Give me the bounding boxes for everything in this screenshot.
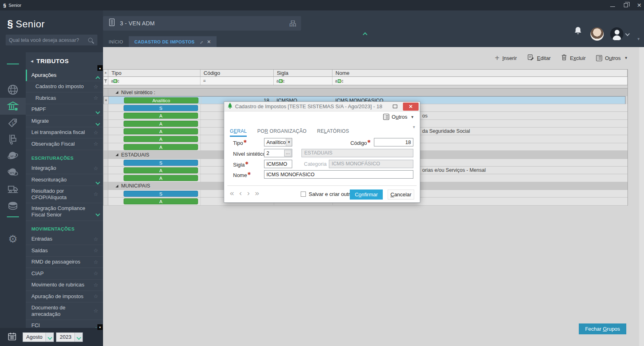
grid-filter-row[interactable]: aBc=aBcaBc bbox=[103, 77, 627, 85]
previous-record-icon[interactable]: ‹ bbox=[239, 189, 242, 198]
dialog-collapse-chevron-icon[interactable]: ▼ bbox=[412, 125, 416, 129]
vertical-scrollbar[interactable] bbox=[639, 47, 644, 346]
favorite-star-icon[interactable]: ☆ bbox=[93, 236, 99, 242]
favorite-star-icon[interactable]: ☆ bbox=[93, 84, 99, 90]
salvar-criar-outro-checkbox[interactable]: Salvar e criar outro bbox=[301, 191, 353, 197]
sidebar-item-documento-de-arrecada-o[interactable]: Documento de arrecadação☆ bbox=[26, 303, 103, 320]
group-collapse-triangle-icon[interactable] bbox=[116, 185, 118, 187]
tipo-badge[interactable]: A bbox=[124, 113, 198, 119]
year-select[interactable]: 2023 bbox=[56, 332, 83, 342]
menu-header[interactable]: ◂ TRIBUTOS bbox=[26, 52, 103, 70]
filter-cell-código[interactable]: = bbox=[200, 77, 274, 85]
price-tag-icon[interactable]: $ bbox=[0, 115, 26, 132]
sidebar-item-sa-das[interactable]: Saídas☆ bbox=[26, 245, 103, 257]
favorite-star-icon[interactable]: ☆ bbox=[93, 293, 99, 299]
restore-button-icon[interactable] bbox=[624, 3, 628, 7]
tipo-badge[interactable]: Analítico bbox=[124, 97, 198, 103]
sidebar-item-ciap[interactable]: CIAP☆ bbox=[26, 268, 103, 280]
excluir-button[interactable]: Excluir bbox=[561, 54, 586, 62]
nome-input[interactable] bbox=[264, 170, 413, 179]
favorite-star-icon[interactable]: ☆ bbox=[93, 247, 99, 253]
fechar-grupos-button[interactable]: Fechar Grupos bbox=[579, 323, 626, 334]
sidebar-item-movimento-de-rubricas[interactable]: Movimento de rubricas☆ bbox=[26, 280, 103, 291]
combo-arrow-icon[interactable]: ▼ bbox=[286, 138, 292, 146]
back-arrow-icon[interactable]: ◂ bbox=[31, 58, 33, 64]
filter-cell-nome[interactable]: aBc bbox=[332, 77, 627, 85]
tipo-badge[interactable]: S bbox=[124, 191, 198, 197]
filter-cell-sigla[interactable]: aBc bbox=[274, 77, 332, 85]
dialog-tab-geral[interactable]: GERAL bbox=[230, 128, 247, 137]
sidebar-item-reescritura-o[interactable]: Reescrituração bbox=[26, 174, 103, 186]
cancelar-button[interactable]: Cancelar bbox=[388, 189, 414, 200]
confirmar-button[interactable]: Confirmar bbox=[350, 189, 383, 200]
sidebar-item-rmd-de-passageiros[interactable]: RMD de passageiros☆ bbox=[26, 257, 103, 268]
tabbar-overflow-chevron-icon[interactable]: ▼ bbox=[637, 37, 640, 41]
menu-scroll-down-icon[interactable]: ▼ bbox=[97, 324, 103, 330]
tipo-badge[interactable]: A bbox=[124, 121, 198, 127]
tipo-badge[interactable]: A bbox=[124, 198, 198, 204]
sidebar-item-pmpf[interactable]: PMPF bbox=[26, 104, 103, 116]
dialog-tab-relat-rios[interactable]: RELATÓRIOS bbox=[317, 128, 349, 137]
dialog-maximize-icon[interactable] bbox=[393, 105, 397, 108]
checkbox-icon[interactable] bbox=[301, 192, 306, 197]
truck-icon[interactable] bbox=[0, 180, 26, 197]
company-selector[interactable]: 3 - VEN ADM 品 bbox=[103, 16, 301, 31]
fiscal-bank-icon[interactable] bbox=[0, 98, 26, 115]
year-select-chevron-icon[interactable] bbox=[74, 333, 83, 342]
minimize-button-icon[interactable] bbox=[610, 6, 615, 7]
nfse-icon[interactable]: NFS·e bbox=[0, 164, 26, 181]
support-avatar[interactable] bbox=[590, 27, 604, 41]
inserir-button[interactable]: + Inserir bbox=[495, 55, 517, 61]
sidebar-item-migrate[interactable]: Migrate bbox=[26, 115, 103, 127]
tipo-badge[interactable]: A bbox=[124, 144, 198, 150]
tipo-badge[interactable]: S bbox=[124, 105, 198, 111]
favorite-star-icon[interactable]: ☆ bbox=[93, 141, 99, 147]
dialog-close-button[interactable]: ✕ bbox=[403, 103, 419, 111]
tipo-combo[interactable]: Analítico ▼ bbox=[264, 138, 292, 146]
sidebar-item-entradas[interactable]: Entradas☆ bbox=[26, 234, 103, 245]
sidebar-item-apura-o-de-impostos[interactable]: Apuração de impostos☆ bbox=[26, 291, 103, 303]
favorite-star-icon[interactable]: ☆ bbox=[93, 308, 99, 314]
nfe-icon[interactable]: NF·e bbox=[0, 148, 26, 165]
close-button-icon[interactable]: ✕ bbox=[637, 2, 642, 8]
lookup-ellipsis-button[interactable]: … bbox=[284, 150, 291, 157]
tab-expand-icon[interactable]: ↔ bbox=[197, 38, 204, 45]
tipo-badge[interactable]: A bbox=[124, 136, 198, 142]
column-header-código[interactable]: Código bbox=[200, 70, 274, 76]
column-header-tipo[interactable]: Tipo bbox=[108, 70, 200, 76]
group-collapse-triangle-icon[interactable] bbox=[116, 153, 118, 156]
column-header-sigla[interactable]: Sigla bbox=[274, 70, 332, 76]
sidebar-item-rubricas[interactable]: Rubricas☆ bbox=[26, 93, 103, 104]
group-row[interactable]: Nível sintético : bbox=[103, 89, 627, 96]
sidebar-item-fci[interactable]: FCI bbox=[26, 320, 103, 328]
favorite-star-icon[interactable]: ☆ bbox=[93, 259, 99, 265]
tab-cadastro-de-impostos[interactable]: CADASTRO DE IMPOSTOS ↔ ✕ bbox=[129, 36, 217, 47]
favorite-star-icon[interactable]: ☆ bbox=[93, 165, 99, 171]
org-structure-icon[interactable]: 品 bbox=[289, 19, 296, 28]
settings-gear-icon[interactable]: ⚙ bbox=[0, 231, 26, 247]
search-icon[interactable] bbox=[88, 38, 93, 42]
favorite-star-icon[interactable]: ☆ bbox=[93, 95, 99, 101]
sidebar-item-integra-o-compliance-fiscal-senior[interactable]: Integração Compliance Fiscal Senior bbox=[26, 203, 103, 221]
sidebar-item-cadastro-do-imposto[interactable]: Cadastro do imposto☆ bbox=[26, 81, 103, 93]
sidebar-item-apura-es[interactable]: Apurações bbox=[26, 70, 103, 81]
favorite-star-icon[interactable]: ☆ bbox=[93, 282, 99, 288]
sidebar-item-observa-o-fiscal[interactable]: Observação Fiscal☆ bbox=[26, 138, 103, 150]
codigo-input[interactable] bbox=[374, 138, 413, 146]
group-collapse-triangle-icon[interactable] bbox=[116, 91, 118, 94]
editar-button[interactable]: Editar bbox=[527, 54, 551, 62]
sidebar-item-integra-o[interactable]: Integração☆ bbox=[26, 163, 103, 175]
outros-dropdown-button[interactable]: Outros ▼ bbox=[596, 55, 628, 61]
tipo-badge[interactable]: S bbox=[124, 160, 198, 166]
dialog-outros-button[interactable]: Outros ▼ bbox=[383, 114, 414, 120]
dialog-titlebar[interactable]: Cadastro de Impostos [TESTE SISTEMAS S/A… bbox=[224, 102, 420, 111]
sigla-input[interactable] bbox=[264, 160, 292, 168]
last-record-icon[interactable]: » bbox=[255, 189, 259, 198]
tipo-badge[interactable]: A bbox=[124, 167, 198, 173]
menu-scroll-up-icon[interactable]: ▲ bbox=[97, 65, 103, 71]
globe-icon[interactable] bbox=[0, 81, 26, 98]
sidebar-item-lei-transpar-ncia-fiscal[interactable]: Lei transparência fiscal☆ bbox=[26, 127, 103, 139]
sped-sphere-icon[interactable] bbox=[0, 197, 26, 214]
user-avatar[interactable] bbox=[610, 27, 623, 41]
tipo-badge[interactable]: A bbox=[124, 128, 198, 134]
